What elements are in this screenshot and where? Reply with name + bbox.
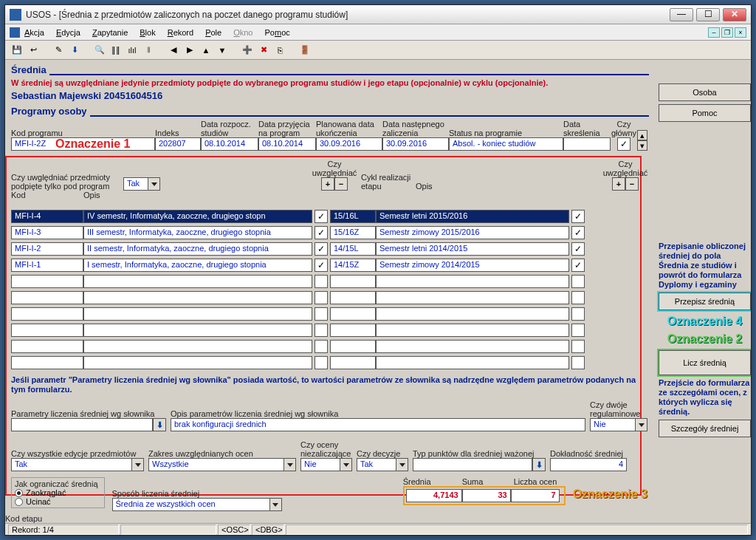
status-field[interactable]: Absol. - koniec studiów [449,137,563,151]
cell-cykl [330,275,376,288]
cell-check2[interactable] [571,340,585,353]
cell-check1[interactable]: ✓ [315,226,328,239]
rollback-icon[interactable]: ↩ [26,43,41,58]
data-plan-field[interactable]: 30.09.2016 [316,137,382,151]
menu-zapytanie[interactable]: Zapytanie [92,28,128,37]
niezal-dropdown[interactable]: Nie [300,458,352,471]
typ-pick[interactable]: ⬇ [532,458,546,471]
bars3-icon[interactable]: ⦀ [141,43,156,58]
param-slownik-field[interactable] [11,418,153,431]
menu-pole[interactable]: Pole [205,28,221,37]
app-icon [10,9,21,21]
cell-check2[interactable]: ✓ [571,226,585,239]
cell-check1[interactable] [315,291,328,304]
cell-check2[interactable]: ✓ [571,259,585,272]
cell-check2[interactable] [571,291,585,304]
down-icon[interactable]: ⬇ [67,43,82,58]
cell-check1[interactable]: ✓ [315,259,328,272]
table-row[interactable]: MFI-I-4IV semestr, Informatyka, zaoczne,… [11,210,647,226]
duplicate-icon[interactable]: ⎘ [272,43,287,58]
zakres-dropdown[interactable]: Wszystkie [148,458,296,471]
data-rozp-field[interactable]: 08.10.2014 [201,137,258,151]
child-restore[interactable]: ❐ [721,27,733,38]
table-row[interactable] [11,291,647,307]
cell-copis [376,340,569,353]
table-row[interactable]: MFI-I-3III semestr, Informatyka, zaoczne… [11,226,647,242]
cell-check2[interactable] [571,275,585,288]
radio-zaokraglac[interactable]: Zaokrąglać [15,488,98,497]
minus-button-2[interactable]: − [625,177,639,191]
bars2-icon[interactable]: ılıl [125,43,140,58]
data-przyj-field[interactable]: 08.10.2014 [258,137,316,151]
next-icon[interactable]: ▶ [182,43,197,58]
data-skre-field[interactable] [563,137,611,151]
table-row[interactable]: MFI-I-1I semestr, Informatyka, zaoczne, … [11,259,647,275]
dokl-field[interactable]: 4 [550,458,627,471]
param-slownik-pick[interactable]: ⬇ [153,418,166,431]
maximize-button[interactable]: ☐ [696,8,720,21]
table-row[interactable] [11,356,647,372]
menu-pomoc[interactable]: Pomoc [265,28,290,37]
down2-icon[interactable]: ▼ [215,43,230,58]
cell-check1[interactable]: ✓ [315,242,328,256]
exit-icon[interactable]: 🚪 [298,43,312,58]
menu-okno[interactable]: Okno [233,28,252,37]
menu-akcja[interactable]: Akcja [24,28,44,37]
first-icon[interactable]: ◀ [166,43,181,58]
minimize-button[interactable]: — [670,8,693,21]
edit-icon[interactable]: ✎ [51,43,66,58]
cell-check2[interactable]: ✓ [571,210,585,223]
cell-check2[interactable] [571,307,585,321]
cell-check2[interactable]: ✓ [571,242,585,256]
dwoje-dropdown[interactable]: Nie [590,418,647,431]
cell-check2[interactable] [571,356,585,369]
menu-blok[interactable]: Blok [140,28,155,37]
scroll-down[interactable]: ▾ [637,140,647,151]
decyzje-dropdown[interactable]: Tak [357,458,408,471]
minus-button-1[interactable]: − [334,177,348,191]
cell-check1[interactable]: ✓ [315,210,328,223]
param-opis-field[interactable]: brak konfiguracji średnich [171,418,585,431]
plus-button-2[interactable]: + [612,177,625,191]
scroll-up[interactable]: ▴ [637,130,647,140]
kod-programu-field[interactable]: MFI-I-2Z [11,137,155,151]
data-nast-field[interactable]: 30.09.2016 [382,137,449,151]
close-button[interactable]: ✕ [723,8,746,21]
table-row[interactable] [11,340,647,356]
menu-rekord[interactable]: Rekord [168,28,193,37]
table-row[interactable] [11,275,647,291]
szczegoly-button[interactable]: Szczegóły średniej [659,420,751,437]
edycje-dropdown[interactable]: Tak [11,458,144,471]
bars1-icon[interactable]: ‖‖ [109,43,123,58]
glowny-checkbox[interactable]: ✓ [617,137,630,151]
child-minimize[interactable]: – [708,27,720,38]
przepisz-button[interactable]: Przepisz średnią [659,293,751,310]
cell-check1[interactable] [315,324,328,337]
table-row[interactable] [11,324,647,340]
child-close[interactable]: × [735,27,746,38]
radio-ucinac[interactable]: Ucinać [15,497,98,506]
window-title: USOS - [Średnia z przedmiotów zaliczonyc… [26,10,670,20]
up-icon[interactable]: ▲ [199,43,213,58]
cell-check2[interactable] [571,324,585,337]
licz-button[interactable]: Licz średnią [659,350,751,375]
save-icon[interactable]: 💾 [10,43,24,58]
cell-check1[interactable] [315,307,328,321]
indeks-field[interactable]: 202807 [155,137,201,151]
insert-icon[interactable]: ➕ [240,43,255,58]
typ-field[interactable] [413,458,532,471]
plus-button-1[interactable]: + [321,177,334,191]
uwzgl-dropdown[interactable]: Tak [123,177,160,191]
cell-check1[interactable] [315,356,328,369]
osoba-button[interactable]: Osoba [659,83,751,101]
delete-icon[interactable]: ✖ [256,43,271,58]
table-row[interactable]: MFI-I-2II semestr, Informatyka, zaoczne,… [11,242,647,259]
sposob-dropdown[interactable]: Średnia ze wszystkich ocen [112,498,282,511]
query-icon[interactable]: 🔍 [92,43,107,58]
cell-check1[interactable] [315,275,328,288]
program-header: Kod programuMFI-I-2Z Indeks202807 Data r… [11,117,745,151]
table-row[interactable] [11,307,647,324]
menu-edycja[interactable]: Edycja [56,28,80,37]
titlebar: USOS - [Średnia z przedmiotów zaliczonyc… [5,5,751,24]
cell-check1[interactable] [315,340,328,353]
